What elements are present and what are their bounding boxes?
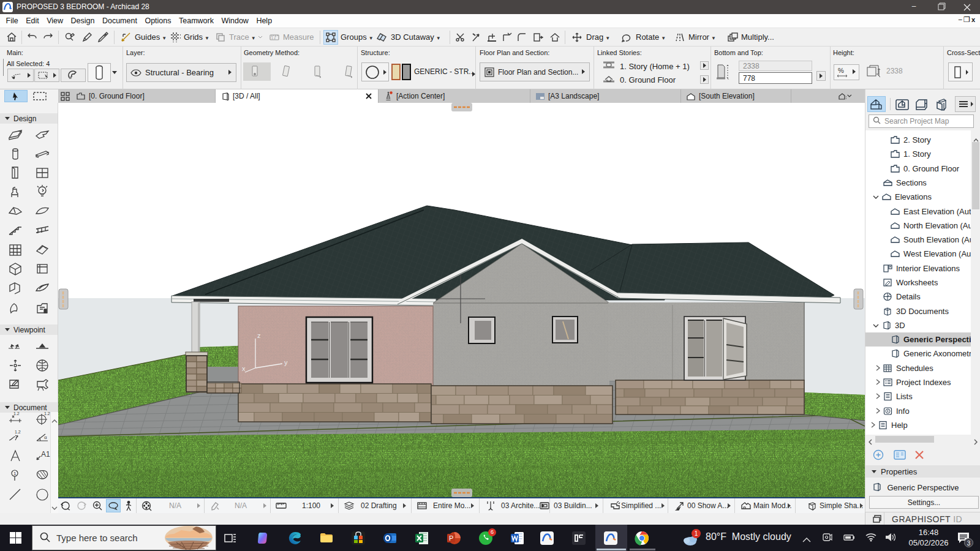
svg-text:A1: A1 [41,450,50,459]
svg-text:α: α [44,435,47,440]
svg-text:x: x [242,365,246,372]
svg-text:1.2: 1.2 [44,411,50,416]
svg-text:1.2: 1.2 [13,411,20,416]
svg-text:1: 1 [13,471,17,476]
svg-text:1.2: 1.2 [15,430,21,434]
svg-text:%: % [838,67,844,74]
svg-text:z: z [257,332,261,339]
svg-text:y: y [284,359,288,366]
svg-text:P: P [449,534,453,542]
svg-text:1 2: 1 2 [271,36,276,40]
